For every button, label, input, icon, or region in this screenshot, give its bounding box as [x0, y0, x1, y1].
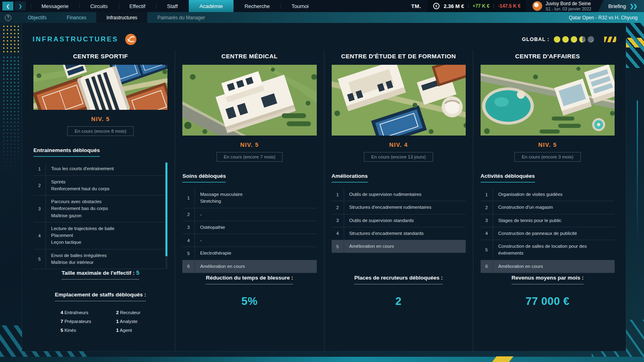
tennis-ball-icon	[554, 36, 560, 43]
decor-dots-yellow	[2, 25, 21, 53]
facility-level: NIV. 4	[332, 142, 466, 148]
list-item: 5Electrothérapie	[182, 247, 316, 260]
expense-value: -147.5 K €	[498, 3, 520, 9]
list-item-text: Amélioration en cours	[194, 260, 316, 273]
list-item: 5Construction de salles de location pour…	[481, 240, 615, 260]
list-item-number: 2	[481, 201, 493, 214]
list-item: 2SprintsRenforcement haut du corps	[33, 176, 164, 196]
column-title: CENTRE SPORTIF	[33, 53, 167, 60]
income-value: +77 K €	[473, 3, 489, 9]
subtab-infrastructures[interactable]: Infrastructures	[96, 12, 147, 23]
scrollbar[interactable]	[165, 162, 167, 269]
unlock-list: 1Organisation de visites guidées2Constru…	[481, 188, 615, 273]
list-item: 5Envoi de balles irrégulièresMaîtrise du…	[33, 249, 164, 269]
rating-balls	[554, 36, 594, 43]
list-item-number: 3	[182, 221, 194, 234]
section-heading: Entrainements débloqués	[33, 146, 167, 157]
staff-slots-grid: 4 Entraîneurs7 Préparateurs5 Kinés 2 Rec…	[33, 310, 167, 337]
list-item-number: 1	[182, 188, 194, 208]
subtab-finances[interactable]: Finances	[57, 12, 97, 23]
facility-columns: CENTRE SPORTIF	[22, 48, 626, 351]
section-heading: Activités débloquées	[481, 172, 615, 183]
staff-slot: 1 Agent	[116, 328, 140, 333]
back-button[interactable]: ❮	[2, 2, 13, 10]
column-centre-affaires: CENTRE D'AFFAIRES	[473, 49, 622, 351]
column-footer: Réduction du temps de blessure : 5%	[182, 274, 316, 308]
club-name: Juvisy Bord de Seine	[545, 1, 591, 6]
decor-right-line	[637, 101, 638, 241]
subtab-objectifs[interactable]: Objectifs	[18, 12, 57, 23]
list-item-text: Outils de supervision standards	[344, 214, 466, 227]
list-item: 1Outils de supervision rudimentaires	[332, 188, 466, 201]
stat-value: 2	[332, 295, 466, 308]
list-item-number: 5	[332, 240, 344, 253]
list-item-text: Tous les courts d'entrainement	[45, 162, 164, 175]
list-item: 4Lecture de trajectoires de ballePlaceme…	[33, 222, 164, 249]
list-item: 3Stages de tennis pour le public	[481, 214, 615, 227]
list-item: 5Amélioration en cours	[332, 240, 466, 253]
decor-bottom-accent	[492, 356, 514, 362]
nav-arrows: ❮ ❯	[0, 0, 31, 12]
unlock-list: 1Outils de supervision rudimentaires2Str…	[332, 188, 466, 253]
list-item: 2Structures d'encadrement rudimentaires	[332, 201, 466, 214]
academy-logo-icon	[125, 33, 137, 45]
briefing-label: Briefing	[608, 3, 626, 9]
club-badge-icon	[533, 1, 542, 11]
list-item-number: 4	[33, 222, 45, 249]
decor-header-accent	[604, 37, 616, 42]
staff-column-right: 2 Recruteur1 Analyste1 Agent	[116, 310, 140, 337]
staff-slots-title: Emplacement de staffs débloqués :	[33, 291, 167, 301]
list-item: 6Amélioration en cours	[481, 260, 615, 273]
stat-label: Revenus moyens par mois :	[481, 274, 615, 284]
forward-button[interactable]: ❯	[15, 2, 26, 10]
upgrade-status-button[interactable]: En cours (encore 13 jours)	[364, 152, 433, 162]
game-date: S1 - lun. 03 janvier 2022	[545, 6, 591, 11]
page-title: INFRASTRUCTURES	[33, 35, 118, 43]
tab-messagerie[interactable]: Messagerie	[31, 0, 79, 12]
list-item-text: Amélioration en cours	[493, 260, 615, 273]
tab-staff[interactable]: Staff	[156, 0, 189, 12]
list-item: 3Parcours avec obstaclesRenforcement bas…	[33, 195, 164, 222]
tab-effectif[interactable]: Effectif	[119, 0, 157, 12]
tab-circuits[interactable]: Circuits	[79, 0, 118, 12]
top-right-cluster: TM. € 2.36 M € +77 K € -147.5 K € Juvisy…	[411, 0, 644, 12]
list-item-number: 2	[182, 208, 194, 221]
upgrade-status-button[interactable]: En cours (encore 3 mois)	[514, 152, 580, 162]
study-center-image	[332, 65, 466, 136]
briefing-button[interactable]: Briefing ❯❯	[598, 0, 644, 12]
scrollbar-thumb[interactable]	[165, 162, 167, 256]
tab-academie[interactable]: Académie	[189, 0, 234, 12]
list-item: 4Structures d'encadrement standards	[332, 227, 466, 240]
tab-recherche[interactable]: Recherche	[233, 0, 281, 12]
decor-top-right-stripes	[625, 23, 644, 68]
list-item-number: 4	[332, 227, 344, 240]
help-icon[interactable]: ?	[5, 14, 11, 21]
top-nav: ❮ ❯ Messagerie Circuits Effectif Staff A…	[0, 0, 644, 12]
list-item-number: 6	[182, 260, 194, 273]
facility-level: NIV. 5	[481, 142, 615, 148]
section-heading: Améliorations	[332, 172, 466, 183]
club-info[interactable]: Juvisy Bord de Seine S1 - lun. 03 janvie…	[526, 0, 598, 12]
list-item-number: 1	[332, 188, 344, 201]
tab-tournoi[interactable]: Tournoi	[281, 0, 320, 12]
list-item-text: Stages de tennis pour le public	[493, 214, 615, 227]
divider	[468, 4, 469, 8]
tennis-ball-icon	[562, 36, 569, 43]
upgrade-status-button[interactable]: En cours (encore 7 mois)	[217, 152, 283, 162]
list-item-text: Electrothérapie	[194, 247, 316, 259]
tennis-ball-icon	[588, 36, 594, 43]
double-chevron-icon: ❯❯	[630, 3, 637, 9]
list-item-number: 6	[481, 260, 493, 273]
panel-header: INFRASTRUCTURES GLOBAL :	[22, 23, 626, 48]
column-centre-etude: CENTRE D'ÉTUDE ET DE FORMATION	[324, 49, 473, 351]
upgrade-status-button[interactable]: En cours (encore 8 mois)	[67, 126, 133, 136]
unlock-list: 1Tous les courts d'entrainement2SprintsR…	[33, 162, 167, 269]
list-item: 4Construction de panneaux de publicité	[481, 227, 615, 240]
subtab-palmares[interactable]: Palmarès du Manager	[147, 12, 215, 23]
global-rating: GLOBAL :	[522, 36, 616, 43]
list-item-text: Envoi de balles irrégulièresMaîtrise dur…	[45, 249, 164, 269]
column-footer: Places de recruteurs débloquées : 2	[332, 274, 466, 308]
column-title: CENTRE D'AFFAIRES	[481, 53, 615, 60]
column-footer: Revenus moyens par mois : 77 000 €	[481, 274, 615, 308]
money-icon: €	[433, 3, 440, 9]
